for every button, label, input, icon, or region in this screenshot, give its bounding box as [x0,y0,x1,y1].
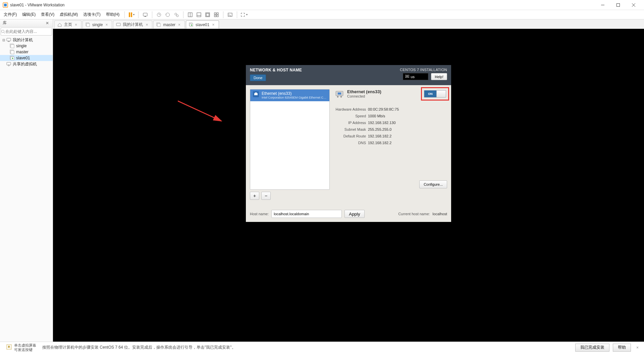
interface-toggle[interactable]: ON [424,90,446,98]
svg-point-12 [176,15,178,17]
vm-running-icon [189,22,194,27]
menu-tabs[interactable]: 选项卡(T) [81,11,103,18]
toolbar-fullscreen-icon[interactable]: ▾ [240,11,248,19]
computer-icon [116,22,121,27]
tab-home[interactable]: 主页 × [54,20,82,28]
tab-my-computer[interactable]: 我的计算机 × [113,20,152,28]
toolbar-view-unity-icon[interactable] [204,11,212,19]
toolbar-view-console-icon[interactable] [195,11,203,19]
menu-file[interactable]: 文件(F) [1,11,19,18]
tree-node-single[interactable]: single [0,43,53,49]
svg-rect-47 [405,75,409,77]
sidebar-close-button[interactable]: ✕ [45,21,50,25]
kv-value: 255.255.255.0 [368,127,391,131]
tab-label: slave01 [196,22,209,27]
tab-single[interactable]: single × [83,20,112,28]
svg-rect-40 [116,23,120,26]
library-tree: ⊟ 我的计算机 single master slave01 共享的虚拟机 [0,36,53,68]
apply-hostname-button[interactable]: Apply [344,210,364,218]
current-hostname-label: Current host name: [398,212,430,216]
sidebar-search[interactable]: ▾ [1,27,52,36]
tab-close-icon[interactable]: × [74,22,78,27]
svg-rect-39 [87,23,90,26]
kv-value: 192.168.182.130 [368,121,396,125]
configure-button[interactable]: Configure... [419,180,447,188]
toolbar-snapshot-manage-icon[interactable] [172,11,180,19]
window-title: slave01 - VMware Workstation [10,3,65,7]
toolbar-snapshot-revert-icon[interactable] [164,11,172,19]
interface-properties: Hardware Address00:0C:29:58:8C:75 Speed1… [334,106,447,146]
hint-line1: 单击虚拟屏幕 [14,343,36,347]
footer-message: 按照在物理计算机中的步骤安装 CentOS 7 64 位。安装完成后，操作系统会… [42,345,572,350]
window-minimize-button[interactable] [595,0,610,10]
done-install-button[interactable]: 我已完成安装 [575,344,609,352]
footer-help-button[interactable]: 帮助 [613,344,631,352]
tree-node-master[interactable]: master [0,49,53,55]
kv-key: Subnet Mask [334,127,368,131]
vm-console-view[interactable]: NETWORK & HOST NAME Done CENTOS 7 INSTAL… [53,29,644,342]
toolbar-pause-button[interactable]: ▾ [127,11,136,19]
svg-line-46 [178,101,221,121]
menu-vm[interactable]: 虚拟机(M) [57,11,80,18]
tree-label: slave01 [16,56,30,60]
toolbar-view-single-icon[interactable] [186,11,194,19]
toolbar-send-ctrlaltdel-icon[interactable] [141,11,149,19]
svg-rect-18 [206,13,209,16]
toggle-label: ON [424,91,436,97]
menubar: 文件(F) 编辑(E) 查看(V) 虚拟机(M) 选项卡(T) 帮助(H) ▾ … [0,10,644,19]
footer-close-icon[interactable]: × [634,345,641,350]
svg-line-26 [4,32,5,34]
interface-item-ens33[interactable]: Ethernet (ens33) Intel Corporation 82545… [250,90,329,101]
installer-title: NETWORK & HOST NAME [250,68,400,72]
kv-key: IP Address [334,121,368,125]
tab-close-icon[interactable]: × [145,22,149,27]
tabstrip: 主页 × single × 我的计算机 × master × slave01 [53,19,644,29]
nic-icon [334,89,344,99]
tree-node-slave01[interactable]: slave01 [0,55,53,61]
window-titlebar: slave01 - VMware Workstation [0,0,644,10]
toolbar-snapshot-take-icon[interactable] [155,11,163,19]
menu-view[interactable]: 查看(V) [39,11,57,18]
annotation-highlight-box: ON [421,87,449,101]
tab-master[interactable]: master × [153,20,185,28]
tree-toggle-icon[interactable]: ⊟ [1,38,6,42]
toggle-knob-icon [436,91,446,97]
svg-point-11 [175,13,177,15]
hostname-row: Host name: Apply Current host name: loca… [250,210,447,218]
keyboard-icon [405,75,409,79]
remove-interface-button[interactable]: − [261,192,271,200]
done-button[interactable]: Done [250,74,266,81]
kv-key: Default Route [334,134,368,138]
toolbar-console-icon[interactable] [226,11,234,19]
grab-input-hint[interactable]: 单击虚拟屏幕 可发送按键 [3,343,39,352]
tab-close-icon[interactable]: × [105,22,108,27]
hint-line2: 可发送按键 [14,348,36,352]
tab-slave01[interactable]: slave01 × [186,20,219,28]
menu-edit[interactable]: 编辑(E) [20,11,38,18]
svg-rect-15 [197,13,201,17]
installer-header: NETWORK & HOST NAME Done CENTOS 7 INSTAL… [246,65,451,85]
interface-name: Ethernet (ens33) [262,91,327,96]
window-close-button[interactable] [626,0,641,10]
current-hostname-value: localhost [433,212,447,216]
interface-sub: Intel Corporation 82545EM Gigabit Ethern… [262,96,327,100]
hostname-input[interactable] [271,210,342,218]
toolbar-view-thumbnail-icon[interactable] [212,11,220,19]
tree-node-my-computer[interactable]: ⊟ 我的计算机 [0,37,53,43]
installer-brand: CENTOS 7 INSTALLATION [400,68,447,72]
tree-node-shared[interactable]: 共享的虚拟机 [0,61,53,67]
vm-icon [156,22,161,27]
svg-rect-1 [4,4,7,6]
keyboard-indicator[interactable]: us [403,73,428,80]
help-button[interactable]: Help! [431,73,447,80]
tab-close-icon[interactable]: × [177,22,181,27]
svg-rect-32 [11,51,14,54]
tree-label: master [16,50,29,54]
interface-detail: ON Ethernet (ens33) Connecte [334,89,447,200]
tab-close-icon[interactable]: × [211,22,215,27]
svg-rect-20 [217,13,218,14]
menu-help[interactable]: 帮助(H) [104,11,122,18]
search-input[interactable] [5,29,56,34]
window-maximize-button[interactable] [610,0,626,10]
add-interface-button[interactable]: + [250,192,259,200]
